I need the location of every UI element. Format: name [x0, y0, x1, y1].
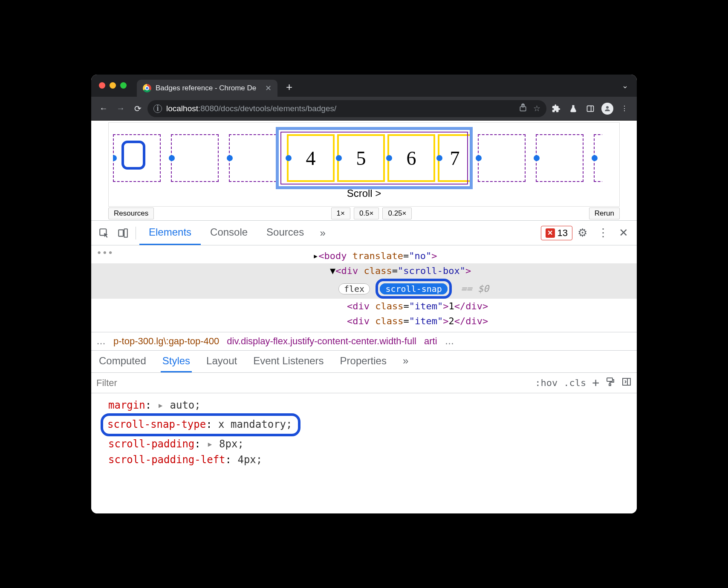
css-declaration[interactable]: scroll-padding-left: 4px;: [108, 452, 629, 468]
svg-rect-5: [118, 230, 123, 236]
scroll-item: 4: [287, 134, 335, 182]
scroll-item: 5: [337, 134, 385, 182]
subtab-properties[interactable]: Properties: [338, 351, 388, 372]
breadcrumb-item[interactable]: div.display-flex.justify-content-center.…: [227, 336, 416, 347]
tab-title: Badges reference - Chrome De: [156, 84, 256, 92]
hov-toggle[interactable]: :hov: [535, 378, 558, 388]
scroll-box[interactable]: 4 5 6 7: [113, 130, 602, 186]
minimize-window-button[interactable]: [110, 82, 116, 89]
styles-declarations[interactable]: margin: ▸ auto; scroll-snap-type: x mand…: [91, 393, 637, 472]
scroll-item: [171, 134, 219, 182]
scroll-item: 7: [438, 134, 472, 182]
svg-point-3: [606, 106, 609, 109]
subtab-event-listeners[interactable]: Event Listeners: [251, 351, 325, 372]
snap-dot-icon: [227, 155, 233, 161]
chrome-icon: [143, 84, 151, 92]
breadcrumb[interactable]: … p-top-300.lg\:gap-top-400 div.display-…: [91, 332, 637, 351]
sidepanel-icon[interactable]: [583, 101, 598, 116]
scroll-snap-badge[interactable]: scroll-snap: [380, 283, 447, 294]
cls-toggle[interactable]: .cls: [563, 378, 586, 388]
styles-subtabs: Computed Styles Layout Event Listeners P…: [91, 351, 637, 373]
inspect-element-icon[interactable]: [95, 228, 113, 239]
scroll-item: [594, 134, 602, 182]
snap-dot-icon: [336, 155, 342, 161]
tab-console[interactable]: Console: [201, 221, 257, 245]
demo-toolbar: Resources 1× 0.5× 0.25× Rerun: [91, 207, 637, 220]
flex-badge[interactable]: flex: [338, 283, 370, 294]
css-declaration-highlighted[interactable]: scroll-snap-type: x mandatory;: [101, 413, 629, 436]
settings-icon[interactable]: ⚙: [572, 226, 592, 239]
reload-button[interactable]: ⟳: [130, 101, 145, 116]
dom-node[interactable]: ▸<body translate="no">: [91, 248, 637, 263]
share-icon[interactable]: [519, 103, 527, 114]
extensions-icon[interactable]: [549, 101, 563, 116]
snap-dot-icon: [436, 155, 442, 161]
browser-tab[interactable]: Badges reference - Chrome De ✕: [137, 80, 277, 97]
dom-node[interactable]: <div class="item">2</div>: [91, 314, 637, 329]
css-declaration[interactable]: scroll-padding: ▸ 8px;: [108, 436, 629, 452]
css-declaration[interactable]: margin: ▸ auto;: [108, 398, 629, 413]
close-devtools-icon[interactable]: ✕: [614, 226, 633, 239]
new-style-rule-icon[interactable]: +: [592, 376, 599, 390]
snap-dot-icon: [113, 155, 117, 161]
crumb-ellipsis[interactable]: …: [96, 336, 106, 347]
dom-node[interactable]: <div class="item">1</div>: [91, 299, 637, 314]
dom-tree[interactable]: ••• ▸<body translate="no"> ▼<div class="…: [91, 245, 637, 332]
scroll-item: [478, 134, 526, 182]
styles-filter-input[interactable]: [96, 378, 529, 389]
forward-button[interactable]: →: [113, 101, 128, 116]
tabs-dropdown-icon[interactable]: ⌄: [618, 81, 632, 90]
address-bar[interactable]: i localhost:8080/docs/devtools/elements/…: [147, 100, 546, 117]
page-content: 4 5 6 7 Scroll > Resources 1× 0.5× 0.25×…: [91, 121, 637, 220]
breadcrumb-item[interactable]: arti: [424, 336, 437, 347]
window-controls: [99, 82, 127, 89]
url-bar: ← → ⟳ i localhost:8080/docs/devtools/ele…: [91, 97, 637, 121]
browser-window: Badges reference - Chrome De ✕ + ⌄ ← → ⟳…: [91, 75, 637, 513]
breadcrumb-item[interactable]: p-top-300.lg\:gap-top-400: [113, 336, 219, 347]
zoom-025x-button[interactable]: 0.25×: [382, 208, 412, 219]
browser-menu-icon[interactable]: ⋮: [617, 101, 632, 116]
snap-dot-icon: [169, 155, 175, 161]
dom-node-selected[interactable]: ▼<div class="scroll-box">: [91, 263, 637, 278]
labs-icon[interactable]: [566, 101, 581, 116]
devtools-tabstrip: Elements Console Sources » ✕ 13 ⚙ ⋮ ✕: [91, 221, 637, 245]
scroll-caption: Scroll >: [126, 186, 602, 204]
more-tabs-icon[interactable]: »: [313, 227, 332, 239]
site-info-icon[interactable]: i: [153, 104, 162, 113]
crumb-ellipsis[interactable]: …: [445, 336, 454, 347]
close-tab-icon[interactable]: ✕: [265, 84, 272, 93]
rerun-button[interactable]: Rerun: [589, 208, 620, 219]
svg-rect-6: [124, 229, 127, 237]
svg-rect-7: [607, 378, 612, 381]
maximize-window-button[interactable]: [120, 82, 127, 89]
subtab-computed[interactable]: Computed: [97, 351, 148, 372]
tab-elements[interactable]: Elements: [139, 221, 201, 245]
dom-badges-row: flex scroll-snap == $0: [91, 279, 637, 299]
scroll-item: [229, 134, 277, 182]
svg-rect-1: [587, 106, 594, 111]
devtools-menu-icon[interactable]: ⋮: [592, 226, 614, 239]
subtab-layout[interactable]: Layout: [205, 351, 239, 372]
devtools-panel: Elements Console Sources » ✕ 13 ⚙ ⋮ ✕ ••…: [91, 220, 637, 513]
error-count-badge[interactable]: ✕ 13: [541, 226, 572, 240]
svg-rect-8: [609, 384, 611, 386]
zoom-1x-button[interactable]: 1×: [331, 208, 350, 219]
resources-button[interactable]: Resources: [108, 208, 154, 219]
new-tab-button[interactable]: +: [282, 81, 297, 94]
subtab-styles[interactable]: Styles: [161, 351, 192, 372]
snap-dot-icon: [286, 155, 292, 161]
tab-sources[interactable]: Sources: [257, 221, 313, 245]
device-toolbar-icon[interactable]: [113, 228, 132, 239]
profile-avatar[interactable]: [600, 101, 615, 116]
highlight-ring: scroll-snap: [376, 279, 451, 299]
close-window-button[interactable]: [99, 82, 105, 89]
paint-icon[interactable]: [605, 377, 615, 389]
zoom-05x-button[interactable]: 0.5×: [354, 208, 379, 219]
styles-filter-row: :hov .cls +: [91, 373, 637, 393]
snap-dot-icon: [386, 155, 392, 161]
scroll-item: [113, 134, 161, 182]
more-subtabs-icon[interactable]: »: [401, 351, 410, 372]
bookmark-icon[interactable]: ☆: [533, 104, 540, 113]
toggle-sidebar-icon[interactable]: [621, 377, 632, 389]
back-button[interactable]: ←: [96, 101, 111, 116]
